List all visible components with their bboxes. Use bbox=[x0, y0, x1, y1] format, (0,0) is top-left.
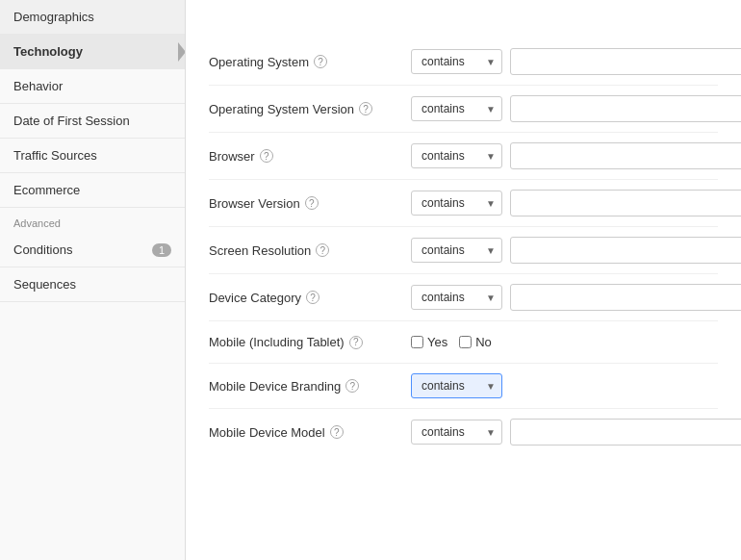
sidebar-item-conditions[interactable]: Conditions1 bbox=[0, 233, 185, 267]
field-label-operating-system: Operating System? bbox=[209, 55, 411, 69]
form-row-mobile-including-tablet: Mobile (Including Tablet)?YesNo bbox=[209, 321, 718, 364]
form-row-device-category: Device Category?contains▼ bbox=[209, 274, 718, 321]
sidebar-item-technology[interactable]: Technology bbox=[0, 35, 185, 69]
help-icon[interactable]: ? bbox=[316, 243, 329, 257]
select-container: contains▼ bbox=[411, 373, 502, 398]
field-label-text: Mobile Device Branding bbox=[209, 379, 341, 394]
form-row-os-version: Operating System Version?contains▼ bbox=[209, 86, 718, 133]
field-controls-mobile-device-model: contains▼ bbox=[411, 419, 741, 445]
help-icon[interactable]: ? bbox=[305, 196, 319, 210]
sidebar-badge: 1 bbox=[152, 243, 171, 257]
form-row-operating-system: Operating System?contains▼ bbox=[209, 38, 718, 86]
condition-select-operating-system[interactable]: contains bbox=[411, 49, 502, 74]
field-label-browser-version: Browser Version? bbox=[209, 196, 411, 211]
field-controls-screen-resolution: contains▼ bbox=[411, 237, 741, 264]
condition-select-os-version[interactable]: contains bbox=[411, 96, 502, 121]
field-label-text: Screen Resolution bbox=[209, 243, 311, 258]
field-controls-browser: contains▼ bbox=[411, 142, 741, 169]
field-controls-browser-version: contains▼ bbox=[411, 190, 741, 216]
field-label-text: Mobile Device Model bbox=[209, 425, 325, 440]
field-label-mobile-device-model: Mobile Device Model? bbox=[209, 425, 411, 440]
sidebar-item-ecommerce[interactable]: Ecommerce bbox=[0, 173, 185, 208]
form-row-screen-resolution: Screen Resolution?contains▼ bbox=[209, 227, 718, 274]
field-controls-os-version: contains▼ bbox=[411, 95, 741, 122]
help-icon[interactable]: ? bbox=[330, 425, 344, 439]
field-controls-device-category: contains▼ bbox=[411, 284, 741, 311]
field-label-text: Device Category bbox=[209, 291, 301, 305]
form-row-browser-version: Browser Version?contains▼ bbox=[209, 180, 718, 227]
checkbox-no[interactable] bbox=[459, 336, 472, 348]
sidebar-item-behavior[interactable]: Behavior bbox=[0, 69, 185, 104]
help-icon[interactable]: ? bbox=[359, 102, 372, 115]
checkbox-option-text: No bbox=[475, 335, 492, 349]
sidebar-item-label: Traffic Sources bbox=[13, 148, 97, 163]
help-icon[interactable]: ? bbox=[306, 291, 319, 304]
condition-select-device-category[interactable]: contains bbox=[411, 285, 502, 310]
field-label-mobile-device-branding: Mobile Device Branding? bbox=[209, 379, 411, 394]
field-controls-mobile-including-tablet: YesNo bbox=[411, 335, 718, 349]
help-icon[interactable]: ? bbox=[260, 149, 273, 163]
sidebar-item-label: Date of First Session bbox=[13, 114, 130, 128]
condition-select-screen-resolution[interactable]: contains bbox=[411, 238, 502, 263]
help-icon[interactable]: ? bbox=[349, 336, 363, 349]
sidebar-item-label: Technology bbox=[13, 44, 83, 59]
field-label-text: Operating System bbox=[209, 55, 309, 69]
help-icon[interactable]: ? bbox=[345, 379, 359, 393]
sidebar-item-sequences[interactable]: Sequences bbox=[0, 267, 185, 302]
field-label-device-category: Device Category? bbox=[209, 291, 411, 305]
checkbox-option-text: Yes bbox=[427, 335, 447, 349]
sidebar-item-label: Conditions bbox=[13, 242, 72, 257]
sidebar-item-label: Sequences bbox=[13, 277, 76, 292]
field-label-text: Operating System Version bbox=[209, 102, 354, 116]
field-label-mobile-including-tablet: Mobile (Including Tablet)? bbox=[209, 335, 411, 349]
field-label-os-version: Operating System Version? bbox=[209, 102, 411, 116]
select-container: contains▼ bbox=[411, 49, 502, 74]
checkbox-label-no[interactable]: No bbox=[459, 335, 492, 349]
select-container: contains▼ bbox=[411, 238, 502, 263]
condition-select-browser-version[interactable]: contains bbox=[411, 191, 502, 216]
checkbox-yes[interactable] bbox=[411, 336, 423, 348]
value-input-screen-resolution[interactable] bbox=[510, 237, 741, 264]
value-input-mobile-device-model[interactable] bbox=[510, 419, 741, 445]
condition-select-mobile-device-model[interactable]: contains bbox=[411, 420, 502, 445]
sidebar-item-label: Behavior bbox=[13, 79, 63, 93]
sidebar-item-label: Ecommerce bbox=[13, 183, 80, 197]
select-container: contains▼ bbox=[411, 191, 502, 216]
select-container: contains▼ bbox=[411, 143, 502, 168]
select-container: contains▼ bbox=[411, 285, 502, 310]
sidebar-advanced-label: Advanced bbox=[0, 208, 185, 233]
sidebar-item-demographics[interactable]: Demographics bbox=[0, 0, 185, 35]
field-label-text: Browser Version bbox=[209, 196, 300, 211]
checkbox-group-mobile-including-tablet: YesNo bbox=[411, 335, 492, 349]
form-row-mobile-device-branding: Mobile Device Branding?contains▼ bbox=[209, 364, 718, 409]
field-label-screen-resolution: Screen Resolution? bbox=[209, 243, 411, 258]
value-input-browser[interactable] bbox=[510, 142, 741, 169]
field-label-text: Mobile (Including Tablet) bbox=[209, 335, 345, 349]
field-label-browser: Browser? bbox=[209, 149, 411, 164]
sidebar: DemographicsTechnologyBehaviorDate of Fi… bbox=[0, 0, 186, 560]
field-controls-mobile-device-branding: contains▼ bbox=[411, 373, 718, 398]
field-controls-operating-system: contains▼ bbox=[411, 48, 741, 75]
value-input-device-category[interactable] bbox=[510, 284, 741, 311]
sidebar-item-label: Demographics bbox=[13, 10, 94, 24]
help-icon[interactable]: ? bbox=[314, 55, 327, 68]
value-input-operating-system[interactable] bbox=[510, 48, 741, 75]
value-input-browser-version[interactable] bbox=[510, 190, 741, 216]
condition-select-mobile-device-branding[interactable]: contains bbox=[411, 373, 502, 398]
select-container: contains▼ bbox=[411, 420, 502, 445]
sidebar-item-traffic-sources[interactable]: Traffic Sources bbox=[0, 139, 185, 173]
form-row-browser: Browser?contains▼ bbox=[209, 133, 718, 180]
main-content: Operating System?contains▼Operating Syst… bbox=[186, 0, 741, 560]
checkbox-label-yes[interactable]: Yes bbox=[411, 335, 447, 349]
value-input-os-version[interactable] bbox=[510, 95, 741, 122]
form-row-mobile-device-model: Mobile Device Model?contains▼ bbox=[209, 409, 718, 455]
condition-select-browser[interactable]: contains bbox=[411, 143, 502, 168]
select-container: contains▼ bbox=[411, 96, 502, 121]
field-label-text: Browser bbox=[209, 149, 255, 164]
sidebar-item-date-of-first-session[interactable]: Date of First Session bbox=[0, 104, 185, 139]
